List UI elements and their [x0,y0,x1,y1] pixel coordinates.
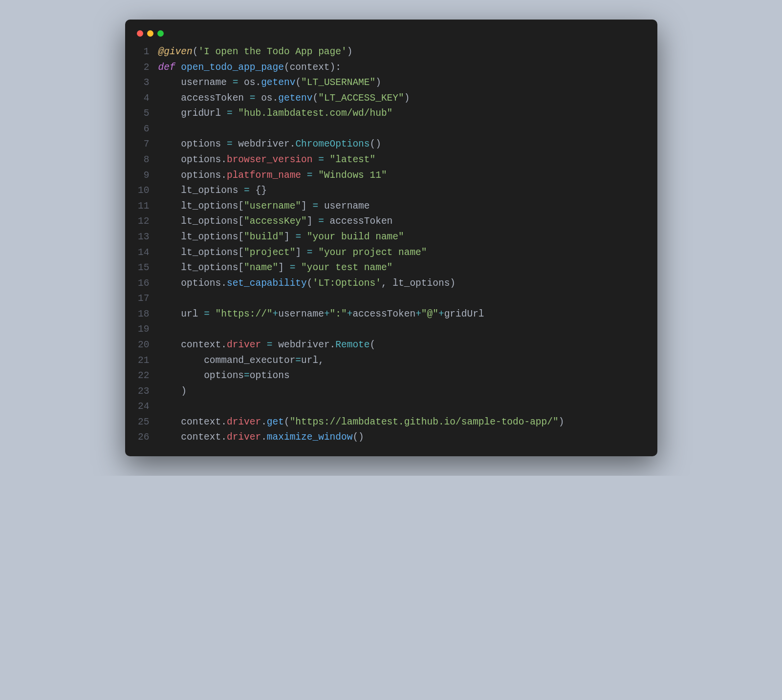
close-icon[interactable] [137,30,143,37]
code-line: command_executor=url, [158,353,565,369]
code-line: gridUrl = "hub.lambdatest.com/wd/hub" [158,106,565,122]
line-number: 14 [136,245,150,261]
line-number: 4 [136,91,150,106]
zoom-icon[interactable] [157,30,164,37]
line-number: 19 [136,322,150,338]
code-line: lt_options["build"] = "your build name" [158,230,565,245]
minimize-icon[interactable] [147,30,153,37]
line-number: 2 [136,60,150,76]
code-line: accessToken = os.getenv("LT_ACCESS_KEY") [158,91,565,106]
code-line: lt_options["name"] = "your test name" [158,260,565,276]
code-line: lt_options["accessKey"] = accessToken [158,214,565,230]
code-line: options = webdriver.ChromeOptions() [158,137,565,152]
line-number: 10 [136,183,150,199]
code-line: username = os.getenv("LT_USERNAME") [158,75,565,91]
line-number: 25 [136,415,150,430]
window-traffic-lights [136,28,647,44]
code-line: url = "https://"+username+":"+accessToke… [158,307,565,322]
line-number: 9 [136,168,150,184]
line-number: 6 [136,122,150,137]
line-number: 15 [136,260,150,276]
line-number: 5 [136,106,150,122]
code-line: @given('I open the Todo App page') [158,44,565,60]
line-number: 3 [136,75,150,91]
code-line: context.driver.get("https://lambdatest.g… [158,415,565,430]
code-line: options=options [158,368,565,384]
code-line [158,291,565,307]
code-line [158,399,565,415]
code-line: ) [158,384,565,400]
code-line: options.set_capability('LT:Options', lt_… [158,276,565,292]
code-editor: 1234567891011121314151617181920212223242… [136,44,647,445]
line-number: 17 [136,291,150,307]
line-number: 11 [136,199,150,214]
line-number: 16 [136,276,150,292]
code-content: @given('I open the Todo App page')def op… [158,44,565,445]
code-line: lt_options["project"] = "your project na… [158,245,565,261]
line-number: 24 [136,399,150,415]
code-line: lt_options = {} [158,183,565,199]
line-number: 21 [136,353,150,369]
line-number: 8 [136,152,150,168]
line-number: 1 [136,44,150,60]
line-number: 12 [136,214,150,230]
line-number: 26 [136,430,150,445]
line-number: 7 [136,137,150,152]
line-number: 13 [136,230,150,245]
code-window: 1234567891011121314151617181920212223242… [125,20,657,456]
code-line [158,122,565,137]
line-number: 20 [136,338,150,353]
code-line: lt_options["username"] = username [158,199,565,214]
code-line: def open_todo_app_page(context): [158,60,565,76]
line-number: 23 [136,384,150,400]
line-number: 22 [136,368,150,384]
code-line: context.driver.maximize_window() [158,430,565,445]
line-number-gutter: 1234567891011121314151617181920212223242… [136,44,158,445]
code-line: context.driver = webdriver.Remote( [158,338,565,353]
line-number: 18 [136,307,150,322]
code-line: options.platform_name = "Windows 11" [158,168,565,184]
code-line: options.browser_version = "latest" [158,152,565,168]
code-line [158,322,565,338]
